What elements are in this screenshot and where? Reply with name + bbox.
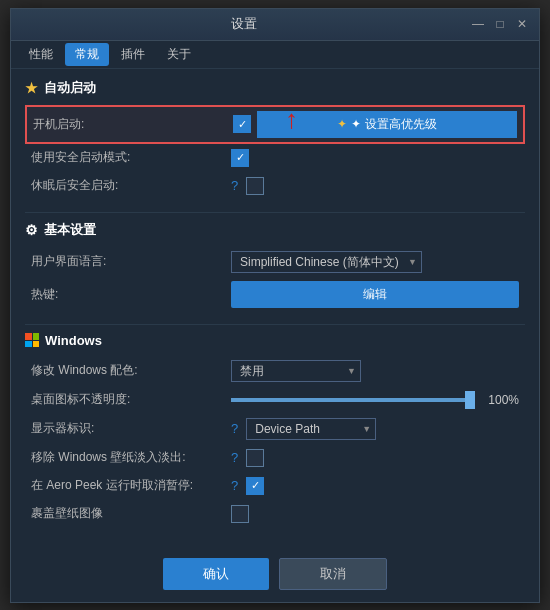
win-color-select[interactable]: 禁用 启用: [231, 360, 361, 382]
priority-star-icon: ✦: [337, 117, 347, 131]
label-startup: 开机启动:: [33, 116, 233, 133]
win-color-select-wrap: 禁用 启用: [231, 360, 361, 382]
display-id-select-wrap: Device Path Device Name None: [246, 418, 376, 440]
windows-icon: [25, 333, 39, 347]
label-wallpaper-fade: 移除 Windows 壁纸淡入淡出:: [31, 449, 231, 466]
label-aero-peek: 在 Aero Peek 运行时取消暂停:: [31, 477, 231, 494]
row-safe-startup: 使用安全启动模式:: [25, 144, 525, 172]
priority-button-label: ✦ 设置高优先级: [351, 116, 436, 133]
divider-1: [25, 212, 525, 213]
confirm-button[interactable]: 确认: [163, 558, 269, 590]
minimize-button[interactable]: —: [469, 15, 487, 33]
control-hotkey: 编辑: [231, 281, 519, 308]
row-desktop-opacity: 桌面图标不透明度: 100%: [25, 386, 525, 414]
divider-2: [25, 324, 525, 325]
menu-item-about[interactable]: 关于: [157, 43, 201, 66]
label-win-color: 修改 Windows 配色:: [31, 362, 231, 379]
label-hotkey: 热键:: [31, 286, 231, 303]
section-windows: Windows 修改 Windows 配色: 禁用 启用 桌面图标不透明度:: [25, 333, 525, 528]
label-language: 用户界面语言:: [31, 253, 231, 270]
control-startup: ✦ ✦ 设置高优先级: [233, 111, 517, 138]
window-controls: — □ ✕: [469, 15, 531, 33]
question-display-id: ?: [231, 421, 238, 436]
label-desktop-opacity: 桌面图标不透明度:: [31, 391, 231, 408]
checkbox-startup[interactable]: [233, 115, 251, 133]
checkbox-sleep-startup[interactable]: [246, 177, 264, 195]
checkbox-aero-peek[interactable]: [246, 477, 264, 495]
star-icon: ★: [25, 80, 38, 96]
window-title: 设置: [19, 15, 469, 33]
row-display-id: 显示器标识: ? Device Path Device Name None: [25, 414, 525, 444]
label-safe-startup: 使用安全启动模式:: [31, 149, 231, 166]
menu-bar: 性能 常规 插件 关于: [11, 41, 539, 69]
label-sleep-startup: 休眠后安全启动:: [31, 177, 231, 194]
opacity-value: 100%: [483, 393, 519, 407]
content-area: ★ 自动启动 开机启动: ✦ ✦ 设置高优先级 ↑ 使: [11, 69, 539, 550]
checkbox-safe-startup[interactable]: [231, 149, 249, 167]
row-aero-peek: 在 Aero Peek 运行时取消暂停: ?: [25, 472, 525, 500]
maximize-button[interactable]: □: [491, 15, 509, 33]
row-language: 用户界面语言: Simplified Chinese (简体中文) Englis…: [25, 247, 525, 277]
gear-icon: ⚙: [25, 222, 38, 238]
row-startup: 开机启动: ✦ ✦ 设置高优先级: [25, 105, 525, 144]
control-wallpaper-cover: [231, 505, 519, 523]
section-basic-header: ⚙ 基本设置: [25, 221, 525, 241]
row-wallpaper-fade: 移除 Windows 壁纸淡入淡出: ?: [25, 444, 525, 472]
menu-item-plugins[interactable]: 插件: [111, 43, 155, 66]
section-auto-start: ★ 自动启动 开机启动: ✦ ✦ 设置高优先级 ↑ 使: [25, 79, 525, 200]
row-sleep-startup: 休眠后安全启动: ?: [25, 172, 525, 200]
section-basic-settings: ⚙ 基本设置 用户界面语言: Simplified Chinese (简体中文)…: [25, 221, 525, 312]
control-display-id: ? Device Path Device Name None: [231, 418, 519, 440]
control-aero-peek: ?: [231, 477, 519, 495]
label-wallpaper-cover: 裹盖壁纸图像: [31, 505, 231, 522]
question-sleep-startup: ?: [231, 178, 238, 193]
section-auto-start-header: ★ 自动启动: [25, 79, 525, 99]
edit-hotkey-label: 编辑: [363, 286, 387, 303]
edit-hotkey-button[interactable]: 编辑: [231, 281, 519, 308]
checkbox-wallpaper-fade[interactable]: [246, 449, 264, 467]
row-wallpaper-cover: 裹盖壁纸图像: [25, 500, 525, 528]
settings-window: 设置 — □ ✕ 性能 常规 插件 关于 ★ 自动启动 开机启动:: [10, 8, 540, 603]
question-aero-peek: ?: [231, 478, 238, 493]
checkbox-wallpaper-cover[interactable]: [231, 505, 249, 523]
title-bar: 设置 — □ ✕: [11, 9, 539, 41]
control-wallpaper-fade: ?: [231, 449, 519, 467]
display-id-select[interactable]: Device Path Device Name None: [246, 418, 376, 440]
set-priority-button[interactable]: ✦ ✦ 设置高优先级: [257, 111, 517, 138]
language-select[interactable]: Simplified Chinese (简体中文) English Japane…: [231, 251, 422, 273]
section-windows-header: Windows: [25, 333, 525, 350]
language-select-wrap: Simplified Chinese (简体中文) English Japane…: [231, 251, 422, 273]
control-desktop-opacity: 100%: [231, 393, 519, 407]
footer: 确认 取消: [11, 550, 539, 602]
question-wallpaper-fade: ?: [231, 450, 238, 465]
control-sleep-startup: ?: [231, 177, 519, 195]
close-button[interactable]: ✕: [513, 15, 531, 33]
row-hotkey: 热键: 编辑: [25, 277, 525, 312]
label-display-id: 显示器标识:: [31, 420, 231, 437]
control-language: Simplified Chinese (简体中文) English Japane…: [231, 251, 519, 273]
menu-item-general[interactable]: 常规: [65, 43, 109, 66]
cancel-button[interactable]: 取消: [279, 558, 387, 590]
control-safe-startup: [231, 149, 519, 167]
opacity-slider[interactable]: [231, 398, 475, 402]
menu-item-performance[interactable]: 性能: [19, 43, 63, 66]
control-win-color: 禁用 启用: [231, 360, 519, 382]
row-win-color: 修改 Windows 配色: 禁用 启用: [25, 356, 525, 386]
